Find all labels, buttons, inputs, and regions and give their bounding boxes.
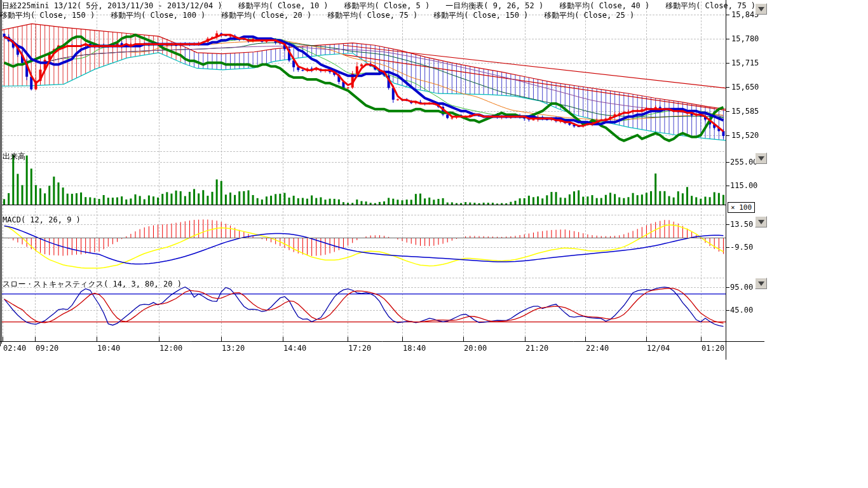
time-axis-label: 10:40 (97, 344, 120, 353)
volume-axis-label: 255.00 (730, 158, 757, 166)
time-axis-label: 21:20 (526, 344, 548, 353)
time-axis-label: 02:40 (3, 344, 26, 353)
legend-item: 移動平均( Close, 75 ) (327, 11, 417, 20)
legend-item: 移動平均( Close, 20 ) (221, 11, 311, 20)
legend-item: 移動平均( Close, 75 ) (665, 1, 756, 10)
indicator-legend-row1: 日経225mini 13/12( 5分, 2013/11/30 - 2013/1… (2, 1, 771, 10)
legend-item: 移動平均( Close, 100 ) (111, 11, 205, 20)
time-axis-label: 14:40 (283, 344, 306, 353)
time-axis-label: 13:20 (222, 344, 245, 353)
down-arrow-icon (758, 156, 764, 161)
stoch-panel-label: スロー・ストキャスティクス( 14, 3, 80, 20 ) (3, 279, 182, 290)
down-arrow-icon (758, 220, 764, 224)
legend-item: 移動平均( Close, 10 ) (238, 1, 329, 10)
price-axis-label: 15,520 (731, 131, 759, 140)
time-axis-label: 18:40 (403, 344, 426, 353)
price-axis-menu-button[interactable] (755, 3, 767, 15)
legend-item: 移動平均( Close, 150 ) (0, 11, 95, 20)
price-axis-label: 15,715 (731, 58, 759, 67)
legend-item: 移動平均( Close, 5 ) (344, 1, 430, 10)
stoch-axis-label: 45.00 (730, 306, 753, 315)
price-axis-label: 15,585 (731, 107, 759, 116)
time-axis-label: 20:00 (464, 344, 487, 353)
time-axis-label: 12/04 (647, 344, 670, 353)
time-axis-label: 22:40 (586, 344, 609, 353)
legend-item: 一目均衡表( 9, 26, 52 ) (445, 1, 543, 10)
macd-axis-menu-button[interactable] (755, 216, 767, 227)
macd-panel-label: MACD( 12, 26, 9 ) (3, 215, 81, 224)
chart-title: 日経225mini 13/12( 5分, 2013/11/30 - 2013/1… (2, 1, 222, 10)
legend-item: 移動平均( Close, 40 ) (559, 1, 649, 10)
legend-item: 移動平均( Close, 25 ) (544, 11, 634, 20)
volume-multiplier-box: × 100 (728, 202, 755, 213)
time-axis-label: 01:20 (702, 344, 724, 353)
price-axis-label: 15,650 (731, 83, 759, 92)
volume-panel-label: 出来高 (3, 151, 25, 162)
volume-axis-label: 115.00 (730, 181, 757, 190)
time-axis-label: 09:20 (36, 344, 58, 353)
stoch-axis-label: 95.00 (730, 283, 753, 292)
stoch-axis-menu-button[interactable] (755, 278, 767, 289)
chart-window: 日経225mini 13/12( 5分, 2013/11/30 - 2013/1… (0, 0, 868, 488)
volume-axis-menu-button[interactable] (755, 152, 767, 164)
down-arrow-icon (758, 281, 764, 286)
macd-axis-label: 13.50 (730, 220, 753, 229)
time-axis-label: 12:00 (159, 344, 182, 353)
price-axis-label: 15,780 (731, 34, 759, 43)
indicator-legend-row2: 移動平均( Close, 150 )移動平均( Close, 100 )移動平均… (0, 11, 650, 20)
down-arrow-icon (758, 7, 764, 11)
legend-item: 移動平均( Close, 150 ) (433, 11, 528, 20)
macd-axis-label: -9.50 (730, 243, 753, 252)
time-axis-label: 17:20 (348, 344, 371, 353)
